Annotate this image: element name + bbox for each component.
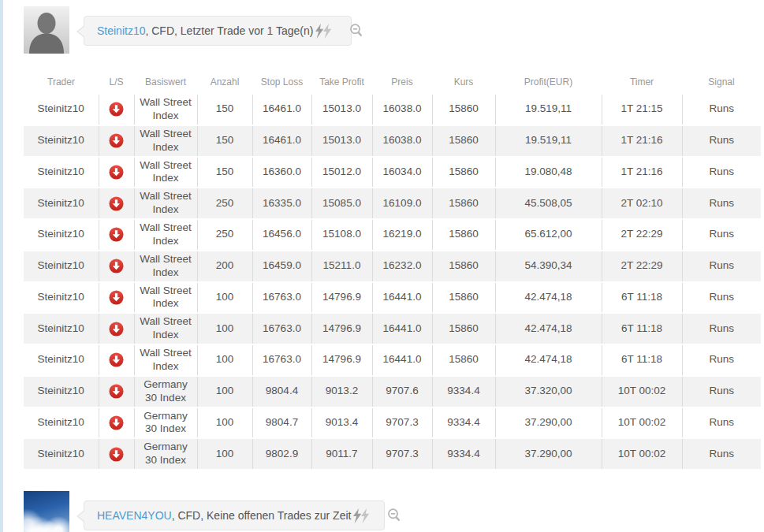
trade-status-message: , CFD, Keine offenen Trades zur Zeit — [172, 509, 352, 522]
short-position-icon — [109, 259, 124, 273]
cell-timer: 2T 22:29 — [602, 251, 682, 282]
short-position-icon — [109, 133, 124, 148]
cell-timer: 6T 11:18 — [602, 313, 682, 344]
cell-trader: Steinitz10 — [24, 95, 99, 125]
cell-long-short — [99, 313, 134, 344]
avatar-steinitz10[interactable] — [24, 6, 69, 54]
cell-anzahl: 100 — [197, 313, 252, 344]
double-lightning-icon[interactable] — [313, 24, 334, 39]
cell-kurs: 15860 — [432, 313, 495, 344]
cell-take-profit: 15013.0 — [311, 125, 372, 157]
cell-timer: 2T 02:10 — [602, 188, 682, 219]
cell-profit-eur: 54.390,34 — [495, 251, 602, 282]
cell-long-short — [99, 157, 134, 188]
cell-long-short — [99, 219, 134, 251]
cell-preis: 16441.0 — [372, 282, 432, 314]
cell-profit-eur: 37.320,00 — [495, 376, 602, 407]
avatar-heaven4you[interactable] — [24, 491, 69, 532]
cell-timer: 10T 00:02 — [602, 407, 682, 439]
cell-stop-loss: 9804.4 — [252, 376, 311, 407]
cell-anzahl: 100 — [197, 438, 252, 470]
cell-timer: 6T 11:18 — [602, 282, 682, 314]
cell-trader: Steinitz10 — [24, 251, 99, 282]
cell-long-short — [99, 95, 134, 125]
cell-kurs: 15860 — [432, 188, 495, 219]
cell-profit-eur: 37.290,00 — [495, 407, 602, 439]
column-header-timer: Timer — [602, 69, 682, 95]
cell-signal: Runs — [682, 282, 761, 314]
cell-preis: 16232.0 — [372, 251, 432, 282]
cell-profit-eur: 19.519,11 — [495, 95, 602, 125]
zoom-out-icon[interactable] — [348, 23, 364, 39]
cell-anzahl: 100 — [197, 376, 252, 407]
cell-stop-loss: 16763.0 — [252, 313, 311, 344]
cell-kurs: 15860 — [432, 219, 495, 251]
cell-long-short — [99, 251, 134, 282]
column-header-kurs: Kurs — [432, 69, 495, 95]
column-header-basiswert: Basiswert — [134, 69, 197, 95]
cell-preis: 9707.3 — [372, 438, 432, 470]
cell-profit-eur: 19.519,11 — [495, 125, 602, 157]
column-header-stop-loss: Stop Loss — [252, 69, 311, 95]
cell-trader: Steinitz10 — [24, 438, 99, 470]
table-header-row: TraderL/SBasiswertAnzahlStop LossTake Pr… — [24, 69, 761, 95]
cell-take-profit: 9013.2 — [311, 376, 372, 407]
cell-basiswert: Wall Street Index — [134, 219, 197, 251]
cell-timer: 2T 22:29 — [602, 219, 682, 251]
cell-stop-loss: 16335.0 — [252, 188, 311, 219]
cell-signal: Runs — [682, 438, 761, 470]
cell-basiswert: Wall Street Index — [134, 157, 197, 188]
cell-timer: 6T 11:18 — [602, 344, 682, 376]
table-row: Steinitz10Wall Street Index15016461.0150… — [24, 95, 761, 125]
cell-stop-loss: 16456.0 — [252, 219, 311, 251]
cell-anzahl: 100 — [197, 344, 252, 376]
cell-signal: Runs — [682, 188, 761, 219]
cell-take-profit: 9013.4 — [311, 407, 372, 439]
cell-preis: 16038.0 — [372, 125, 432, 157]
cell-anzahl: 150 — [197, 95, 252, 125]
cell-trader: Steinitz10 — [24, 376, 99, 407]
cell-kurs: 15860 — [432, 344, 495, 376]
cell-profit-eur: 19.080,48 — [495, 157, 602, 188]
short-position-icon — [109, 290, 124, 305]
cell-basiswert: Germany 30 Index — [134, 438, 197, 470]
cell-stop-loss: 9804.7 — [252, 407, 311, 439]
double-lightning-icon[interactable] — [351, 508, 372, 523]
cell-preis: 16441.0 — [372, 344, 432, 376]
cell-anzahl: 250 — [197, 188, 252, 219]
cell-basiswert: Wall Street Index — [134, 95, 197, 125]
cell-stop-loss: 16763.0 — [252, 282, 311, 314]
cell-preis: 16219.0 — [372, 219, 432, 251]
trader-link-heaven4you[interactable]: HEAVEN4YOU — [97, 509, 172, 522]
cell-stop-loss: 9802.9 — [252, 438, 311, 470]
cell-basiswert: Wall Street Index — [134, 282, 197, 314]
table-row: Steinitz10Wall Street Index25016456.0151… — [24, 219, 761, 251]
short-position-icon — [109, 447, 124, 462]
cell-signal: Runs — [682, 125, 761, 157]
cell-timer: 10T 00:02 — [602, 376, 682, 407]
short-position-icon — [109, 102, 124, 117]
feed-timeline-strip — [0, 0, 3, 532]
cell-long-short — [99, 407, 134, 439]
cell-trader: Steinitz10 — [24, 219, 99, 251]
status-text: HEAVEN4YOU, CFD, Keine offenen Trades zu… — [97, 509, 351, 522]
cell-trader: Steinitz10 — [24, 344, 99, 376]
cell-kurs: 15860 — [432, 125, 495, 157]
cell-anzahl: 200 — [197, 251, 252, 282]
cell-kurs: 9334.4 — [432, 438, 495, 470]
cell-trader: Steinitz10 — [24, 188, 99, 219]
feed-item-steinitz10: Steinitz10, CFD, Letzter Trade vor 1 Tag… — [24, 6, 352, 54]
column-header-anzahl: Anzahl — [197, 69, 252, 95]
cell-signal: Runs — [682, 157, 761, 188]
cell-profit-eur: 37.290,00 — [495, 438, 602, 470]
cell-long-short — [99, 125, 134, 157]
feed-item-heaven4you: HEAVEN4YOU, CFD, Keine offenen Trades zu… — [24, 491, 385, 532]
cell-timer: 1T 21:16 — [602, 125, 682, 157]
status-text: Steinitz10, CFD, Letzter Trade vor 1 Tag… — [97, 24, 313, 37]
cell-anzahl: 100 — [197, 282, 252, 314]
column-header-l-s: L/S — [99, 69, 134, 95]
zoom-out-icon[interactable] — [386, 508, 402, 523]
table-row: Steinitz10Wall Street Index10016763.0147… — [24, 313, 761, 344]
trader-link-steinitz10[interactable]: Steinitz10 — [97, 24, 145, 37]
cell-kurs: 9334.4 — [432, 407, 495, 439]
